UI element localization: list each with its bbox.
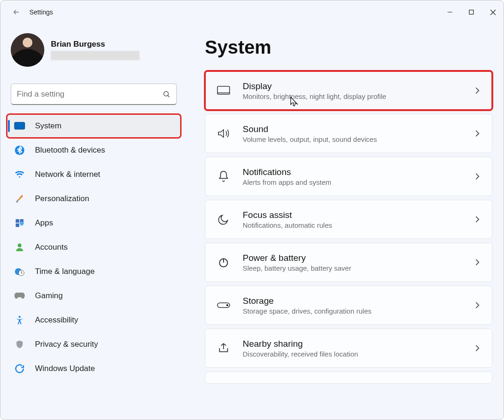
card-notifications[interactable]: Notifications Alerts from apps and syste… <box>205 157 492 196</box>
chevron-right-icon <box>475 301 480 309</box>
chevron-right-icon <box>475 259 480 266</box>
share-icon <box>216 340 231 356</box>
svg-rect-2 <box>14 122 25 129</box>
card-title: Display <box>243 81 464 91</box>
sidebar-item-label: Time & language <box>35 267 95 276</box>
maximize-icon <box>469 9 474 15</box>
svg-point-1 <box>164 91 168 96</box>
sidebar: Brian Burgess System <box>0 24 185 420</box>
close-icon <box>490 9 496 15</box>
sidebar-item-label: Bluetooth & devices <box>35 146 105 155</box>
card-desc: Discoverability, received files location <box>243 350 464 358</box>
sidebar-item-label: Network & internet <box>35 170 100 179</box>
sidebar-item-gaming[interactable]: Gaming <box>7 284 181 308</box>
minimize-button[interactable] <box>439 4 461 20</box>
main-content: System Display Monitors, brightness, nig… <box>185 24 504 420</box>
close-button[interactable] <box>482 4 504 20</box>
card-title: Power & battery <box>243 253 464 263</box>
minimize-icon <box>447 9 453 15</box>
card-desc: Notifications, automatic rules <box>243 221 464 229</box>
sidebar-item-bluetooth[interactable]: Bluetooth & devices <box>7 139 181 162</box>
card-desc: Volume levels, output, input, sound devi… <box>243 135 464 143</box>
accessibility-icon <box>14 314 26 326</box>
profile-block[interactable]: Brian Burgess <box>7 28 181 75</box>
card-title: Focus assist <box>243 210 464 220</box>
avatar <box>11 33 44 67</box>
page-title: System <box>205 37 492 58</box>
card-title: Nearby sharing <box>243 339 464 349</box>
sidebar-item-accessibility[interactable]: Accessibility <box>7 308 181 332</box>
card-title: Storage <box>243 296 464 306</box>
sidebar-item-label: Accessibility <box>35 315 78 325</box>
sidebar-item-windows-update[interactable]: Windows Update <box>7 357 181 380</box>
card-nearby-sharing[interactable]: Nearby sharing Discoverability, received… <box>205 329 492 368</box>
sidebar-item-time-language[interactable]: Time & language <box>7 260 181 283</box>
sidebar-item-accounts[interactable]: Accounts <box>7 236 181 259</box>
sidebar-item-label: Gaming <box>35 291 63 301</box>
sidebar-item-privacy[interactable]: Privacy & security <box>7 333 181 356</box>
card-display[interactable]: Display Monitors, brightness, night ligh… <box>205 71 492 110</box>
sidebar-item-label: Personalization <box>35 194 89 203</box>
sidebar-item-label: Accounts <box>35 243 68 252</box>
chevron-right-icon <box>475 173 480 180</box>
chevron-right-icon <box>475 216 480 223</box>
card-sound[interactable]: Sound Volume levels, output, input, soun… <box>205 114 492 153</box>
sidebar-item-apps[interactable]: Apps <box>7 211 181 235</box>
paintbrush-icon <box>14 193 26 205</box>
bell-icon <box>216 168 231 184</box>
sidebar-item-system[interactable]: System <box>7 114 181 138</box>
search-box[interactable] <box>11 84 177 105</box>
sidebar-nav: System Bluetooth & devices Network & int… <box>7 114 181 380</box>
profile-name: Brian Burgess <box>51 40 140 49</box>
window-title: Settings <box>29 8 53 16</box>
sidebar-item-label: Privacy & security <box>35 340 98 349</box>
back-button[interactable] <box>8 4 25 21</box>
sound-icon <box>216 126 231 141</box>
search-icon <box>162 90 171 98</box>
card-desc: Alerts from apps and system <box>243 178 464 186</box>
card-focus-assist[interactable]: Focus assist Notifications, automatic ru… <box>205 200 492 239</box>
card-storage[interactable]: Storage Storage space, drives, configura… <box>205 286 492 325</box>
card-desc: Monitors, brightness, night light, displ… <box>243 92 464 100</box>
storage-icon <box>216 297 231 313</box>
svg-point-16 <box>227 305 228 306</box>
display-icon <box>216 83 231 98</box>
update-icon <box>14 363 26 375</box>
card-desc: Sleep, battery usage, battery saver <box>243 264 464 272</box>
globe-clock-icon <box>14 266 26 278</box>
svg-point-12 <box>19 316 21 318</box>
card-cutoff[interactable] <box>205 371 492 384</box>
power-icon <box>216 254 231 270</box>
settings-card-list: Display Monitors, brightness, night ligh… <box>205 71 492 384</box>
sidebar-item-network[interactable]: Network & internet <box>7 163 181 186</box>
card-desc: Storage space, drives, configuration rul… <box>243 307 464 315</box>
settings-window: Settings Brian Burgess <box>0 0 504 420</box>
sidebar-item-label: Apps <box>35 218 53 228</box>
person-icon <box>14 241 26 253</box>
wifi-icon <box>14 168 26 181</box>
sidebar-item-label: System <box>35 121 62 131</box>
svg-point-9 <box>18 244 21 247</box>
arrow-left-icon <box>12 8 21 16</box>
chevron-right-icon <box>475 344 480 352</box>
gamepad-icon <box>14 290 26 302</box>
apps-icon <box>14 217 26 229</box>
system-icon <box>14 120 26 132</box>
card-title: Sound <box>243 124 464 134</box>
card-power-battery[interactable]: Power & battery Sleep, battery usage, ba… <box>205 243 492 282</box>
moon-icon <box>216 211 231 227</box>
bluetooth-icon <box>14 144 26 156</box>
shield-icon <box>14 338 26 350</box>
svg-rect-0 <box>469 10 474 14</box>
chevron-right-icon <box>475 87 480 94</box>
svg-rect-5 <box>16 219 20 223</box>
sidebar-item-personalization[interactable]: Personalization <box>7 187 181 210</box>
maximize-button[interactable] <box>461 4 482 20</box>
search-input[interactable] <box>17 90 162 99</box>
profile-email-redacted <box>51 51 140 60</box>
card-title: Notifications <box>243 167 464 177</box>
sidebar-item-label: Windows Update <box>35 364 95 373</box>
window-controls <box>439 4 504 20</box>
titlebar: Settings <box>0 0 504 24</box>
chevron-right-icon <box>475 130 480 137</box>
